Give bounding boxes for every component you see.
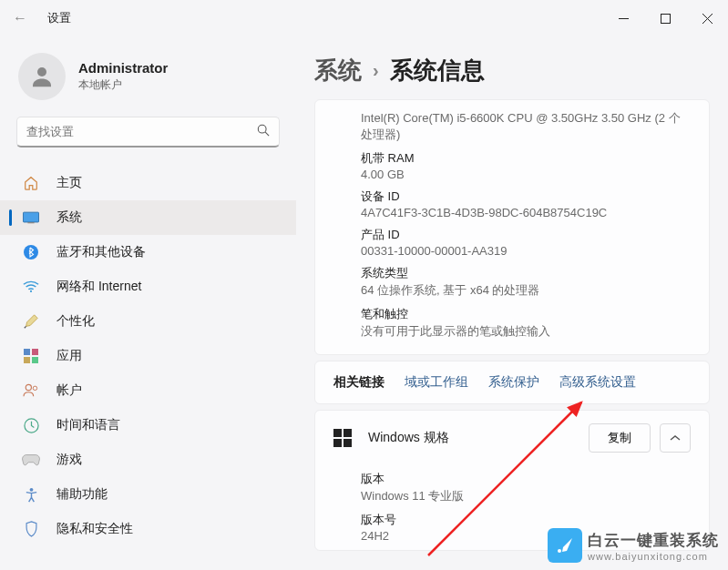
sidebar-item-personalize[interactable]: 个性化 (0, 304, 296, 339)
home-icon (22, 174, 40, 192)
spec-key: 系统类型 (361, 265, 691, 281)
sidebar-item-time[interactable]: 时间和语言 (0, 408, 296, 443)
copy-button[interactable]: 复制 (589, 423, 651, 453)
sidebar-item-label: 主页 (56, 175, 82, 191)
chevron-right-icon: › (373, 60, 379, 81)
sidebar-item-accessibility[interactable]: 辅助功能 (0, 477, 296, 512)
watermark-text: 白云一键重装系统 (588, 530, 719, 551)
spec-value: 64 位操作系统, 基于 x64 的处理器 (361, 282, 691, 299)
wifi-icon (22, 278, 40, 296)
sidebar-item-home[interactable]: 主页 (0, 166, 296, 200)
spec-key: 产品 ID (361, 227, 691, 243)
accounts-icon (22, 382, 40, 400)
search-icon (257, 124, 270, 139)
sidebar-item-label: 时间和语言 (56, 417, 120, 433)
search-input[interactable] (16, 117, 280, 148)
link-domain[interactable]: 域或工作组 (405, 374, 468, 391)
svg-point-4 (37, 67, 46, 76)
avatar (18, 53, 66, 100)
svg-rect-13 (24, 357, 30, 363)
close-button[interactable] (686, 0, 728, 36)
windows-specs-header[interactable]: Windows 规格 复制 (315, 411, 709, 465)
sidebar-item-label: 帐户 (56, 382, 82, 399)
spec-key: 设备 ID (361, 188, 691, 205)
accessibility-icon (22, 485, 40, 504)
windows-specs-title: Windows 规格 (368, 430, 589, 446)
svg-line-6 (265, 132, 269, 136)
nav-list: 主页 系统 蓝牙和其他设备 网络和 Internet 个性化 应用 (0, 166, 296, 546)
svg-rect-12 (32, 349, 38, 355)
minimize-button[interactable] (602, 0, 644, 36)
search-field[interactable] (26, 125, 257, 138)
user-block[interactable]: Administrator 本地帐户 (0, 46, 296, 117)
sidebar-item-label: 个性化 (56, 313, 95, 330)
link-system-protection[interactable]: 系统保护 (488, 374, 539, 391)
spec-key: 版本号 (361, 512, 691, 528)
sidebar-item-label: 应用 (56, 348, 82, 364)
clock-icon (22, 416, 40, 434)
sidebar-item-network[interactable]: 网络和 Internet (0, 270, 296, 304)
sidebar-item-gaming[interactable]: 游戏 (0, 443, 296, 477)
links-label: 相关链接 (333, 374, 385, 391)
link-advanced-settings[interactable]: 高级系统设置 (559, 374, 636, 391)
svg-point-15 (26, 384, 31, 390)
user-name: Administrator (78, 60, 168, 76)
svg-point-16 (33, 386, 36, 390)
sidebar-item-accounts[interactable]: 帐户 (0, 373, 296, 408)
sidebar-item-label: 游戏 (56, 452, 82, 468)
watermark: 白云一键重装系统 www.baiyunxitong.com (548, 528, 719, 563)
sidebar: Administrator 本地帐户 主页 系统 (0, 36, 296, 570)
watermark-url: www.baiyunxitong.com (588, 551, 719, 562)
spec-value-cpu: Intel(R) Core(TM) i5-6600K CPU @ 3.50GHz… (361, 110, 691, 143)
apps-icon (22, 347, 40, 365)
maximize-button[interactable] (644, 0, 686, 36)
spec-value: 4.00 GB (361, 168, 691, 181)
spec-value: 00331-10000-00001-AA319 (361, 244, 691, 258)
page-title: 系统信息 (390, 55, 485, 87)
bluetooth-icon (22, 243, 40, 261)
breadcrumb: 系统 › 系统信息 (296, 55, 728, 99)
sidebar-item-bluetooth[interactable]: 蓝牙和其他设备 (0, 235, 296, 270)
watermark-logo (548, 528, 582, 563)
svg-point-10 (30, 290, 32, 292)
spec-value: Windows 11 专业版 (361, 488, 691, 504)
sidebar-item-system[interactable]: 系统 (0, 200, 296, 235)
content-area: 系统 › 系统信息 Intel(R) Core(TM) i5-6600K CPU… (296, 36, 728, 570)
spec-value: 没有可用于此显示器的笔或触控输入 (361, 323, 691, 340)
svg-rect-11 (24, 349, 30, 355)
svg-rect-7 (23, 212, 38, 222)
spec-value: 4A7C41F3-3C1B-4D3B-98DC-604B8754C19C (361, 206, 691, 219)
svg-rect-8 (27, 222, 34, 223)
user-sub: 本地帐户 (78, 77, 168, 93)
svg-point-18 (29, 487, 33, 491)
sidebar-item-apps[interactable]: 应用 (0, 339, 296, 373)
related-links-card: 相关链接 域或工作组 系统保护 高级系统设置 (314, 361, 710, 404)
svg-point-20 (558, 549, 561, 553)
gaming-icon (22, 451, 40, 469)
device-specs-card: Intel(R) Core(TM) i5-6600K CPU @ 3.50GHz… (314, 99, 710, 355)
chevron-up-icon[interactable] (660, 423, 691, 453)
titlebar: ← 设置 (0, 0, 728, 36)
sidebar-item-label: 网络和 Internet (56, 279, 141, 295)
sidebar-item-label: 辅助功能 (56, 486, 108, 503)
windows-icon (333, 429, 352, 447)
sidebar-item-privacy[interactable]: 隐私和安全性 (0, 512, 296, 546)
brush-icon (22, 312, 40, 331)
svg-rect-14 (32, 357, 38, 363)
sidebar-item-label: 隐私和安全性 (56, 521, 133, 537)
spec-key: 笔和触控 (361, 306, 691, 322)
shield-icon (22, 520, 40, 538)
svg-rect-1 (661, 14, 670, 23)
breadcrumb-parent[interactable]: 系统 (314, 55, 362, 87)
svg-point-5 (258, 125, 266, 133)
back-button[interactable]: ← (13, 10, 31, 26)
sidebar-item-label: 系统 (56, 209, 82, 226)
window-title: 设置 (47, 10, 71, 26)
spec-key: 机带 RAM (361, 150, 691, 167)
spec-key: 版本 (361, 471, 691, 487)
sidebar-item-label: 蓝牙和其他设备 (56, 244, 146, 260)
system-icon (22, 209, 40, 227)
